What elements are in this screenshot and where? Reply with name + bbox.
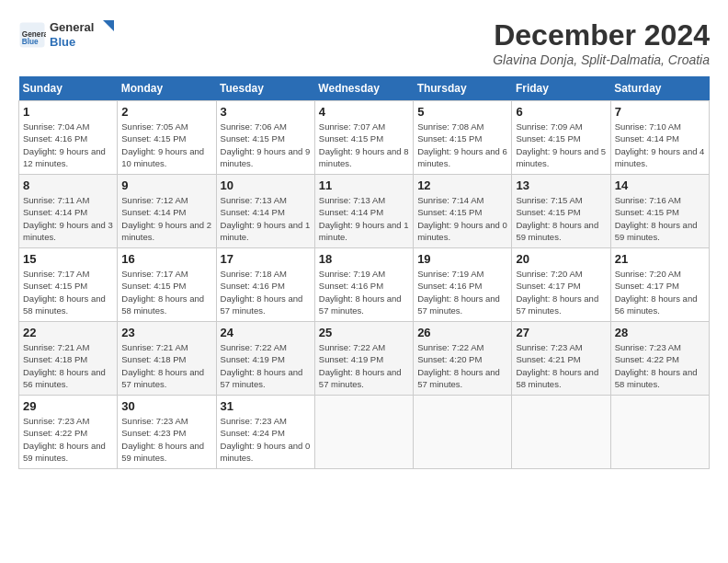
day-info: Sunrise: 7:19 AMSunset: 4:16 PMDaylight:… [319, 268, 409, 316]
day-number: 17 [221, 252, 311, 266]
calendar-cell: 3Sunrise: 7:06 AMSunset: 4:15 PMDaylight… [216, 101, 314, 175]
svg-text:Blue: Blue [22, 38, 39, 46]
day-number: 3 [221, 105, 311, 119]
logo-text: General Blue [50, 18, 114, 52]
calendar-cell: 5Sunrise: 7:08 AMSunset: 4:15 PMDaylight… [414, 101, 512, 175]
day-info: Sunrise: 7:22 AMSunset: 4:20 PMDaylight:… [417, 341, 507, 390]
day-number: 22 [23, 326, 113, 339]
day-info: Sunrise: 7:12 AMSunset: 4:14 PMDaylight:… [121, 194, 211, 243]
day-info: Sunrise: 7:06 AMSunset: 4:15 PMDaylight:… [221, 121, 311, 169]
calendar-cell: 2Sunrise: 7:05 AMSunset: 4:15 PMDaylight… [118, 101, 216, 175]
day-info: Sunrise: 7:23 AMSunset: 4:23 PMDaylight:… [121, 415, 211, 464]
calendar-cell: 19Sunrise: 7:19 AMSunset: 4:16 PMDayligh… [414, 248, 512, 322]
calendar-cell: 29Sunrise: 7:23 AMSunset: 4:22 PMDayligh… [19, 396, 118, 469]
calendar-cell [314, 396, 413, 469]
day-number: 31 [221, 399, 311, 413]
day-number: 6 [516, 105, 606, 119]
calendar-week-row: 29Sunrise: 7:23 AMSunset: 4:22 PMDayligh… [19, 396, 710, 469]
day-info: Sunrise: 7:15 AMSunset: 4:15 PMDaylight:… [516, 194, 606, 243]
day-info: Sunrise: 7:22 AMSunset: 4:19 PMDaylight:… [319, 341, 409, 390]
day-number: 20 [516, 252, 606, 266]
calendar-week-row: 15Sunrise: 7:17 AMSunset: 4:15 PMDayligh… [19, 248, 710, 322]
day-info: Sunrise: 7:07 AMSunset: 4:15 PMDaylight:… [319, 121, 409, 169]
calendar-cell: 25Sunrise: 7:22 AMSunset: 4:19 PMDayligh… [314, 322, 413, 396]
day-number: 29 [23, 399, 113, 413]
calendar-cell: 21Sunrise: 7:20 AMSunset: 4:17 PMDayligh… [610, 248, 709, 322]
calendar-cell: 7Sunrise: 7:10 AMSunset: 4:14 PMDaylight… [610, 101, 709, 175]
day-number: 2 [121, 105, 211, 119]
day-info: Sunrise: 7:04 AMSunset: 4:16 PMDaylight:… [23, 121, 113, 169]
calendar-cell: 14Sunrise: 7:16 AMSunset: 4:15 PMDayligh… [610, 175, 709, 248]
calendar-cell: 15Sunrise: 7:17 AMSunset: 4:15 PMDayligh… [19, 248, 118, 322]
calendar-cell: 17Sunrise: 7:18 AMSunset: 4:16 PMDayligh… [216, 248, 314, 322]
day-number: 25 [319, 326, 409, 339]
calendar-cell: 24Sunrise: 7:22 AMSunset: 4:19 PMDayligh… [216, 322, 314, 396]
title-section: December 2024 Glavina Donja, Split-Dalma… [493, 18, 710, 67]
day-info: Sunrise: 7:13 AMSunset: 4:14 PMDaylight:… [319, 194, 409, 243]
calendar-cell: 12Sunrise: 7:14 AMSunset: 4:15 PMDayligh… [414, 175, 512, 248]
calendar-week-row: 1Sunrise: 7:04 AMSunset: 4:16 PMDaylight… [19, 101, 710, 175]
day-number: 15 [23, 252, 113, 266]
calendar-cell: 30Sunrise: 7:23 AMSunset: 4:23 PMDayligh… [118, 396, 216, 469]
month-title: December 2024 [493, 18, 710, 52]
day-number: 23 [121, 326, 211, 339]
day-number: 4 [319, 105, 409, 119]
day-info: Sunrise: 7:13 AMSunset: 4:14 PMDaylight:… [221, 194, 311, 243]
calendar-cell: 28Sunrise: 7:23 AMSunset: 4:22 PMDayligh… [610, 322, 709, 396]
day-number: 5 [417, 105, 507, 119]
calendar-cell: 18Sunrise: 7:19 AMSunset: 4:16 PMDayligh… [314, 248, 413, 322]
logo: General Blue General Blue [18, 18, 114, 52]
calendar-header-tuesday: Tuesday [216, 76, 314, 101]
day-number: 26 [417, 326, 507, 339]
day-info: Sunrise: 7:11 AMSunset: 4:14 PMDaylight:… [23, 194, 113, 243]
day-info: Sunrise: 7:05 AMSunset: 4:15 PMDaylight:… [121, 121, 211, 169]
day-number: 28 [615, 326, 705, 339]
calendar-header-thursday: Thursday [414, 76, 512, 101]
day-number: 16 [121, 252, 211, 266]
calendar-header-wednesday: Wednesday [314, 76, 413, 101]
calendar-cell: 10Sunrise: 7:13 AMSunset: 4:14 PMDayligh… [216, 175, 314, 248]
calendar-cell [610, 396, 709, 469]
calendar-cell: 26Sunrise: 7:22 AMSunset: 4:20 PMDayligh… [414, 322, 512, 396]
day-info: Sunrise: 7:18 AMSunset: 4:16 PMDaylight:… [221, 268, 311, 316]
day-number: 24 [221, 326, 311, 339]
calendar-header-monday: Monday [118, 76, 216, 101]
day-number: 7 [615, 105, 705, 119]
day-info: Sunrise: 7:21 AMSunset: 4:18 PMDaylight:… [23, 341, 113, 390]
day-info: Sunrise: 7:22 AMSunset: 4:19 PMDaylight:… [221, 341, 311, 390]
day-info: Sunrise: 7:23 AMSunset: 4:21 PMDaylight:… [516, 341, 606, 390]
svg-text:General: General [50, 20, 94, 34]
calendar-cell: 20Sunrise: 7:20 AMSunset: 4:17 PMDayligh… [512, 248, 610, 322]
calendar-cell: 13Sunrise: 7:15 AMSunset: 4:15 PMDayligh… [512, 175, 610, 248]
calendar-cell: 16Sunrise: 7:17 AMSunset: 4:15 PMDayligh… [118, 248, 216, 322]
day-number: 1 [23, 105, 113, 119]
day-info: Sunrise: 7:10 AMSunset: 4:14 PMDaylight:… [615, 121, 705, 169]
day-number: 13 [516, 178, 606, 192]
day-number: 30 [121, 399, 211, 413]
day-number: 11 [319, 178, 409, 192]
day-number: 10 [221, 178, 311, 192]
calendar-cell: 22Sunrise: 7:21 AMSunset: 4:18 PMDayligh… [19, 322, 118, 396]
day-info: Sunrise: 7:16 AMSunset: 4:15 PMDaylight:… [615, 194, 705, 243]
location: Glavina Donja, Split-Dalmatia, Croatia [493, 52, 710, 67]
day-info: Sunrise: 7:19 AMSunset: 4:16 PMDaylight:… [417, 268, 507, 316]
day-info: Sunrise: 7:23 AMSunset: 4:22 PMDaylight:… [615, 341, 705, 390]
day-info: Sunrise: 7:23 AMSunset: 4:24 PMDaylight:… [221, 415, 311, 464]
day-info: Sunrise: 7:09 AMSunset: 4:15 PMDaylight:… [516, 121, 606, 169]
day-number: 18 [319, 252, 409, 266]
day-number: 12 [417, 178, 507, 192]
calendar-week-row: 22Sunrise: 7:21 AMSunset: 4:18 PMDayligh… [19, 322, 710, 396]
calendar-table: SundayMondayTuesdayWednesdayThursdayFrid… [18, 76, 710, 469]
day-info: Sunrise: 7:14 AMSunset: 4:15 PMDaylight:… [417, 194, 507, 243]
day-number: 27 [516, 326, 606, 339]
calendar-header-sunday: Sunday [19, 76, 118, 101]
calendar-cell [512, 396, 610, 469]
calendar-header-row: SundayMondayTuesdayWednesdayThursdayFrid… [19, 76, 710, 101]
day-info: Sunrise: 7:17 AMSunset: 4:15 PMDaylight:… [23, 268, 113, 316]
calendar-cell: 4Sunrise: 7:07 AMSunset: 4:15 PMDaylight… [314, 101, 413, 175]
day-info: Sunrise: 7:17 AMSunset: 4:15 PMDaylight:… [121, 268, 211, 316]
calendar-cell [414, 396, 512, 469]
calendar-header-saturday: Saturday [610, 76, 709, 101]
day-number: 8 [23, 178, 113, 192]
day-info: Sunrise: 7:08 AMSunset: 4:15 PMDaylight:… [417, 121, 507, 169]
